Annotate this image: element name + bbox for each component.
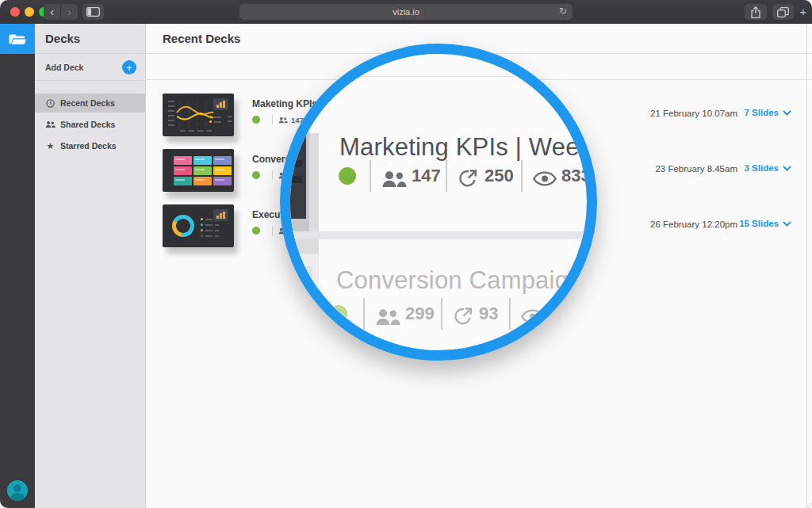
magnified-separator [290, 231, 587, 239]
shares-count: 250 [485, 166, 514, 186]
decks-sidebar: Decks Add Deck + Recent Decks Shared Dec… [35, 24, 146, 508]
sidebar-panel-icon [86, 7, 100, 17]
deck-title: Execut [252, 209, 283, 220]
app-rail [0, 24, 35, 508]
deck-title: Maketing KPIs [252, 98, 317, 109]
close-window-button[interactable] [10, 7, 20, 17]
avatar-head-icon [13, 484, 21, 492]
back-button[interactable]: ‹ [44, 4, 60, 20]
forward-button[interactable]: › [61, 4, 78, 20]
sidebar-item-label: Starred Decks [60, 141, 117, 151]
donut-chart-graphic [172, 215, 194, 237]
slides-count-label: 3 Slides [745, 163, 779, 173]
add-deck-row[interactable]: Add Deck + [35, 55, 145, 81]
deck-date: 26 February 12.20pm [650, 220, 737, 229]
chevron-down-icon [783, 221, 791, 227]
tab-overview-button[interactable] [772, 4, 794, 20]
eye-icon [521, 309, 545, 324]
bar-chart-icon [213, 209, 228, 221]
status-dot [252, 116, 260, 124]
magnified-deck-title: Conversion Campaign ★ [336, 266, 597, 295]
new-tab-button[interactable]: + [796, 3, 810, 19]
views-count: 833 [561, 166, 591, 186]
deck-date: 21 February 10.07am [650, 109, 737, 118]
minimize-window-button[interactable] [25, 7, 34, 17]
add-deck-button[interactable]: + [122, 60, 136, 74]
slides-dropdown[interactable]: 7 Slides [745, 108, 791, 117]
scrollbar-track[interactable] [806, 24, 807, 508]
deck-thumbnail-donut-chart[interactable] [163, 204, 234, 247]
people-icon [278, 116, 288, 124]
browser-window: ‹ › vizia.io ↻ + Decks Add Deck + [0, 0, 812, 508]
status-dot [252, 171, 260, 179]
magnifier-lens: Marketing KPIs | Weekly Rep 147 250 833 … [280, 44, 597, 361]
forward-icon: › [67, 6, 71, 18]
sidebar-toggle-button[interactable] [82, 4, 104, 20]
slides-dropdown[interactable]: 3 Slides [745, 163, 791, 173]
decks-rail-tab[interactable] [0, 24, 35, 54]
eye-icon [533, 171, 557, 186]
chevron-down-icon [783, 110, 791, 116]
share-button[interactable] [745, 4, 767, 20]
shares-count: 93 [479, 304, 498, 324]
slides-count-label: 7 Slides [745, 108, 779, 117]
sidebar-item-starred-decks[interactable]: ★ Starred Decks [35, 136, 145, 155]
magnified-deck-title-text: Conversion Campaign [336, 266, 583, 295]
sidebar-item-label: Recent Decks [60, 98, 115, 108]
tabs-icon [777, 7, 789, 17]
sidebar-item-label: Shared Decks [60, 120, 115, 129]
people-icon [381, 170, 407, 189]
reload-icon[interactable]: ↻ [559, 6, 567, 17]
status-dot [339, 167, 356, 185]
sidebar-nav: Recent Decks Shared Decks ★ Starred Deck… [35, 94, 145, 158]
clock-icon [45, 99, 56, 108]
avatar-body-icon [10, 493, 25, 501]
magnified-deck-title: Marketing KPIs | Weekly Rep [339, 133, 597, 162]
bar-chart-icon [213, 98, 228, 110]
share-link-icon [453, 306, 473, 327]
people-count: 147 [412, 166, 441, 186]
deck-thumbnail-line-chart[interactable] [163, 94, 234, 136]
share-link-icon [458, 168, 478, 189]
plus-icon: + [800, 5, 807, 18]
sidebar-item-recent-decks[interactable]: Recent Decks [35, 94, 145, 113]
plus-icon: + [126, 63, 132, 73]
tiles-graphic [174, 156, 232, 185]
browser-titlebar: ‹ › vizia.io ↻ + [0, 0, 812, 24]
star-icon: ★ [45, 141, 56, 151]
address-bar[interactable]: vizia.io ↻ [239, 4, 573, 20]
status-dot [252, 227, 260, 235]
user-avatar[interactable] [7, 480, 28, 501]
people-icon [375, 307, 400, 327]
people-icon [45, 120, 56, 128]
chevron-down-icon [783, 166, 791, 171]
url-text: vizia.io [393, 7, 419, 17]
sidebar-title: Decks [35, 24, 145, 54]
sidebar-item-shared-decks[interactable]: Shared Decks [35, 115, 145, 134]
people-count: 299 [405, 304, 435, 324]
add-deck-label: Add Deck [45, 63, 122, 72]
slides-dropdown[interactable]: 15 Slides [739, 219, 791, 228]
deck-thumbnail-color-tiles[interactable] [163, 149, 234, 192]
share-icon [751, 6, 760, 18]
deck-date: 23 February 8.45am [655, 164, 737, 174]
status-dot [330, 305, 347, 323]
back-icon: ‹ [50, 6, 54, 18]
folder-icon [9, 32, 26, 46]
slides-count-label: 15 Slides [739, 219, 779, 228]
